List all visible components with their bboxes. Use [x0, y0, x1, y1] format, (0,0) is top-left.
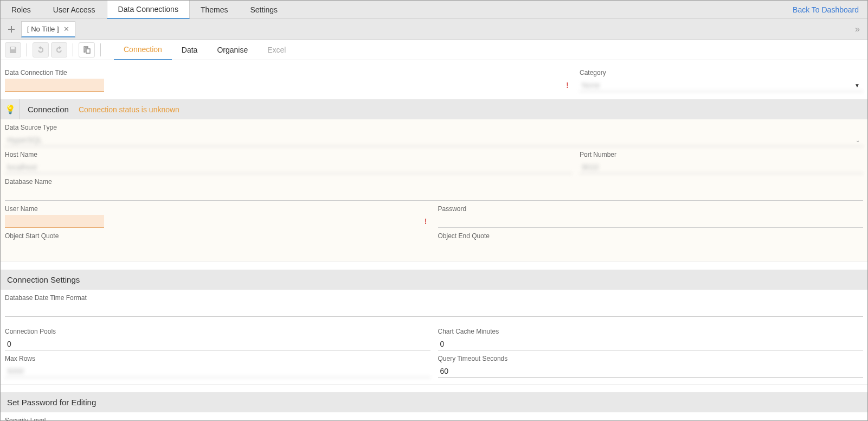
password-input[interactable] [438, 215, 864, 228]
set-password-header-text: Set Password for Editing [7, 398, 96, 407]
undo-button[interactable] [33, 42, 49, 58]
toolbar: Connection Data Organise Excel [1, 40, 867, 60]
document-tab-bar: [ No Title ] ✕ » [1, 19, 867, 40]
host-name-input[interactable]: localhost [5, 161, 572, 174]
inner-tab-data[interactable]: Data [172, 40, 208, 60]
toolbar-divider [27, 43, 27, 56]
connection-header-text: Connection [28, 105, 69, 114]
data-source-type-label: Data Source Type [5, 124, 863, 131]
toolbar-divider [73, 43, 73, 56]
tab-themes[interactable]: Themes [190, 1, 240, 18]
top-nav-bar: Roles User Access Data Connections Theme… [1, 1, 867, 19]
set-password-header: Set Password for Editing [1, 392, 867, 412]
tab-user-access[interactable]: User Access [42, 1, 107, 18]
query-timeout-label: Query Timeout Seconds [438, 355, 864, 362]
tab-data-connections[interactable]: Data Connections [107, 1, 190, 19]
connection-pools-label: Connection Pools [5, 328, 430, 335]
toolbar-divider [100, 43, 101, 56]
security-level-label: Security Level [5, 417, 863, 421]
redo-icon [55, 46, 63, 54]
max-rows-input[interactable]: 5000 [5, 365, 430, 378]
connection-settings-header-text: Connection Settings [7, 275, 80, 284]
query-timeout-input[interactable]: 60 [438, 365, 864, 378]
db-date-format-input[interactable] [5, 304, 863, 317]
max-rows-label: Max Rows [5, 355, 430, 362]
host-name-label: Host Name [5, 151, 572, 158]
tab-overflow-button[interactable]: » [855, 24, 863, 34]
inner-tab-connection[interactable]: Connection [114, 40, 172, 60]
back-to-dashboard-link[interactable]: Back To Dashboard [784, 1, 867, 18]
lightbulb-icon[interactable]: 💡 [5, 104, 16, 114]
inner-tab-organise[interactable]: Organise [207, 40, 258, 60]
tab-settings[interactable]: Settings [239, 1, 289, 18]
chart-cache-label: Chart Cache Minutes [438, 328, 864, 335]
new-document-button[interactable] [5, 23, 18, 36]
object-end-quote-label: Object End Quote [438, 232, 864, 240]
inner-tab-bar: Connection Data Organise Excel [114, 40, 295, 60]
object-start-quote-label: Object Start Quote [5, 232, 430, 240]
port-number-label: Port Number [580, 151, 863, 158]
set-password-body: Security Level No password ⌄ [1, 412, 867, 421]
connection-section-body: Data Source Type HyperSQL ⌄ Host Name lo… [1, 119, 867, 262]
save-icon [9, 46, 17, 54]
category-label: Category [580, 69, 863, 76]
title-input[interactable] [5, 79, 104, 92]
redo-button[interactable] [51, 42, 67, 58]
user-name-label: User Name [5, 205, 430, 213]
close-document-button[interactable]: ✕ [63, 25, 69, 33]
object-end-quote-input[interactable] [438, 242, 864, 255]
chevron-down-icon: ⌄ [856, 137, 860, 143]
plus-icon [7, 25, 16, 34]
db-date-format-label: Database Date Time Format [5, 294, 863, 302]
document-tab[interactable]: [ No Title ] ✕ [21, 21, 75, 37]
form-area: Data Connection Title ! Category None ▼ … [1, 60, 867, 421]
connection-section-header: 💡 Connection Connection status is unknow… [1, 99, 867, 119]
chevron-down-icon: ▼ [854, 82, 860, 88]
connection-settings-header: Connection Settings [1, 270, 867, 290]
tab-roles[interactable]: Roles [1, 1, 42, 18]
inner-tab-excel: Excel [258, 40, 295, 60]
data-source-type-select[interactable]: HyperSQL [5, 133, 863, 146]
connection-status-text: Connection status is unknown [79, 105, 179, 114]
title-label: Data Connection Title [5, 69, 572, 76]
database-name-label: Database Name [5, 178, 863, 186]
port-number-input[interactable]: 9010 [580, 161, 863, 174]
error-icon: ! [425, 217, 427, 226]
user-name-input[interactable] [5, 215, 104, 228]
connection-settings-body: Database Date Time Format Connection Poo… [1, 290, 867, 385]
database-name-input[interactable] [5, 188, 863, 201]
copy-button[interactable] [79, 42, 95, 58]
password-label: Password [438, 205, 864, 213]
connection-pools-input[interactable]: 0 [5, 337, 430, 350]
document-tab-title: [ No Title ] [27, 25, 59, 33]
undo-icon [36, 46, 45, 54]
save-button[interactable] [5, 42, 21, 58]
copy-icon [82, 46, 91, 54]
chart-cache-input[interactable]: 0 [438, 337, 864, 350]
object-start-quote-input[interactable] [5, 242, 430, 255]
category-select[interactable]: None [580, 79, 863, 92]
error-icon: ! [566, 81, 569, 90]
